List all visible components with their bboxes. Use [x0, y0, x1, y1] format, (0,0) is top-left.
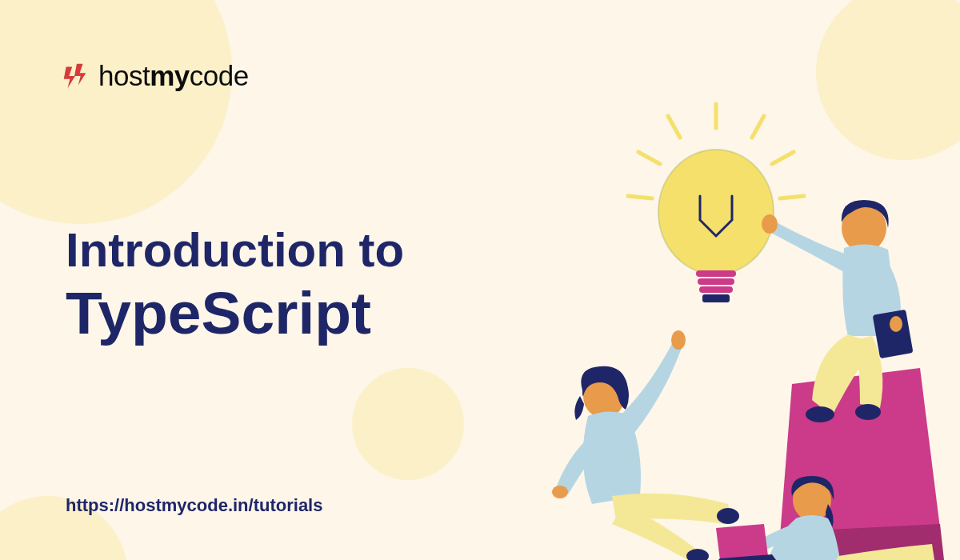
svg-rect-10: [698, 278, 734, 285]
svg-line-5: [628, 196, 652, 198]
people-lightbulb-illustration: [496, 80, 944, 560]
svg-rect-11: [699, 286, 733, 293]
svg-rect-9: [696, 270, 736, 277]
svg-point-20: [671, 330, 686, 350]
background-circle: [0, 0, 232, 224]
svg-rect-12: [702, 294, 730, 302]
heading-line1: Introduction to: [66, 224, 404, 277]
svg-point-21: [552, 486, 568, 498]
tutorial-url: https://hostmycode.in/tutorials: [66, 495, 322, 516]
svg-point-14: [762, 214, 778, 234]
logo-text: hostmycode: [98, 60, 249, 92]
svg-line-1: [668, 116, 680, 138]
svg-point-16: [890, 316, 902, 332]
heading-line2: TypeScript: [66, 280, 404, 346]
logo: hostmycode: [60, 60, 249, 92]
svg-point-18: [855, 404, 881, 420]
svg-point-22: [717, 508, 739, 524]
logo-icon: [60, 61, 90, 91]
svg-point-17: [806, 406, 834, 422]
svg-line-3: [638, 152, 660, 164]
background-circle: [352, 368, 464, 480]
svg-rect-15: [873, 310, 914, 358]
svg-line-2: [752, 116, 764, 138]
page-heading: Introduction to TypeScript: [66, 224, 404, 346]
svg-line-6: [780, 196, 804, 198]
svg-line-4: [772, 152, 794, 164]
